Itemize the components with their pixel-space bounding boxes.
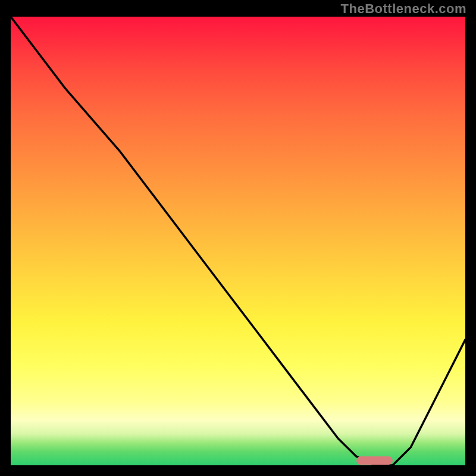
optimal-range-marker [356, 456, 393, 465]
curve-path [11, 17, 465, 465]
chart-frame: TheBottleneck.com [0, 0, 476, 476]
watermark-text: TheBottleneck.com [341, 1, 466, 17]
bottleneck-curve [11, 17, 465, 465]
